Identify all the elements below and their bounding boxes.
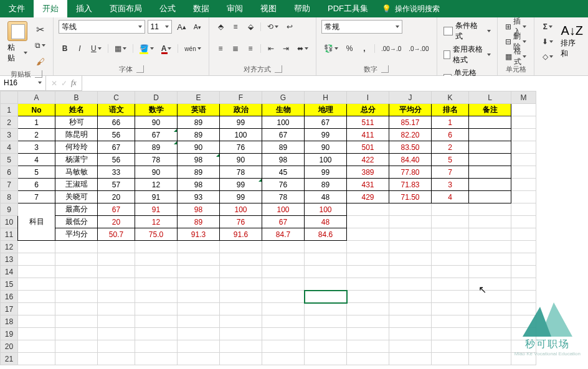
header-cell[interactable]: 姓名 — [55, 104, 98, 116]
header-cell[interactable]: 排名 — [432, 104, 469, 116]
cell[interactable]: 最高分 — [55, 203, 98, 216]
increase-indent-button[interactable]: ⇥ — [280, 42, 292, 55]
cell[interactable] — [98, 291, 135, 303]
cell[interactable]: 90 — [220, 154, 262, 166]
cell[interactable] — [389, 241, 432, 253]
increase-decimal-button[interactable]: .00→.0 — [379, 42, 404, 55]
decrease-font-button[interactable]: A▾ — [191, 20, 204, 34]
col-header-J[interactable]: J — [389, 91, 432, 104]
cell[interactable] — [432, 291, 469, 303]
row-header-16[interactable]: 16 — [1, 291, 18, 303]
format-cells-button[interactable]: ▦ 格式 — [503, 50, 529, 63]
cell[interactable]: 99 — [220, 191, 262, 203]
header-cell[interactable]: 生物 — [262, 104, 305, 116]
cell[interactable]: 100 — [220, 129, 262, 141]
cell[interactable] — [135, 241, 178, 253]
cell[interactable] — [469, 166, 511, 179]
cell[interactable]: 84.6 — [305, 228, 347, 241]
cut-button[interactable]: ✂ — [32, 22, 48, 36]
align-right-button[interactable]: ≡ — [244, 42, 257, 55]
cell[interactable] — [511, 340, 536, 353]
cell[interactable] — [469, 179, 511, 191]
cell[interactable] — [178, 353, 220, 365]
cell[interactable]: 389 — [347, 166, 389, 179]
col-header-B[interactable]: B — [55, 91, 98, 104]
cell[interactable] — [469, 141, 511, 154]
cell[interactable] — [220, 303, 262, 315]
cell[interactable] — [18, 291, 55, 303]
cell[interactable] — [262, 278, 305, 291]
cell[interactable] — [262, 340, 305, 353]
cell[interactable]: 2 — [18, 129, 55, 141]
row-header-11[interactable]: 11 — [1, 228, 18, 241]
fill-button[interactable]: ⬇ — [539, 35, 556, 49]
cell[interactable] — [305, 241, 347, 253]
align-center-button[interactable]: ≣ — [229, 42, 242, 55]
header-cell[interactable]: No — [18, 104, 55, 116]
cell[interactable] — [305, 291, 347, 303]
cell[interactable] — [389, 303, 432, 315]
header-cell[interactable]: 地理 — [305, 104, 347, 116]
header-cell[interactable]: 政治 — [220, 104, 262, 116]
comma-button[interactable]: , — [358, 42, 371, 55]
cell[interactable] — [262, 291, 305, 303]
col-header-M[interactable]: M — [511, 91, 536, 104]
tab-file[interactable]: 文件 — [0, 0, 34, 17]
align-bottom-button[interactable]: ⬙ — [244, 20, 257, 34]
col-header-A[interactable]: A — [18, 91, 55, 104]
select-all-corner[interactable] — [1, 91, 18, 104]
cell[interactable] — [432, 203, 469, 216]
cell[interactable]: 89 — [178, 116, 220, 129]
cell[interactable] — [347, 228, 389, 241]
cancel-formula-icon[interactable]: ✕ — [51, 79, 57, 88]
cell[interactable] — [432, 340, 469, 353]
row-header-12[interactable]: 12 — [1, 241, 18, 253]
cell[interactable] — [432, 228, 469, 241]
border-button[interactable]: ▦ — [112, 42, 129, 55]
cell[interactable] — [220, 315, 262, 328]
align-middle-button[interactable]: ≡ — [229, 20, 242, 34]
cell[interactable] — [55, 340, 98, 353]
conditional-formatting-button[interactable]: 条件格式 — [442, 20, 493, 42]
cell[interactable] — [305, 315, 347, 328]
cell[interactable]: 7 — [432, 166, 469, 179]
row-header-19[interactable]: 19 — [1, 328, 18, 340]
tab-review[interactable]: 审阅 — [218, 0, 252, 17]
cell[interactable] — [389, 228, 432, 241]
cell[interactable] — [98, 315, 135, 328]
cell[interactable] — [347, 291, 389, 303]
cell[interactable] — [135, 266, 178, 278]
cell[interactable] — [135, 303, 178, 315]
cell[interactable] — [432, 216, 469, 228]
cell[interactable]: 411 — [347, 129, 389, 141]
cell[interactable] — [178, 253, 220, 266]
header-cell[interactable]: 语文 — [98, 104, 135, 116]
col-header-I[interactable]: I — [347, 91, 389, 104]
row-header-17[interactable]: 17 — [1, 303, 18, 315]
col-header-F[interactable]: F — [220, 91, 262, 104]
cell[interactable] — [305, 353, 347, 365]
cell[interactable]: 84.7 — [262, 228, 305, 241]
cell[interactable] — [262, 266, 305, 278]
cell[interactable] — [55, 291, 98, 303]
cell[interactable]: 6 — [432, 129, 469, 141]
cell[interactable]: 78 — [220, 166, 262, 179]
cell[interactable] — [511, 116, 536, 129]
cell[interactable] — [432, 266, 469, 278]
percent-button[interactable]: % — [343, 42, 356, 55]
cell[interactable]: 67 — [262, 129, 305, 141]
fx-icon[interactable]: fx — [71, 78, 77, 88]
cell[interactable]: 20 — [98, 191, 135, 203]
cell[interactable] — [98, 253, 135, 266]
cell[interactable]: 93 — [178, 191, 220, 203]
cell[interactable] — [178, 241, 220, 253]
cell[interactable]: 84.40 — [389, 154, 432, 166]
cell[interactable] — [347, 203, 389, 216]
cell[interactable]: 4 — [432, 191, 469, 203]
cell[interactable]: 71.83 — [389, 179, 432, 191]
cell[interactable]: 100 — [305, 154, 347, 166]
cell[interactable] — [389, 278, 432, 291]
row-header-14[interactable]: 14 — [1, 266, 18, 278]
cell[interactable]: 89 — [135, 141, 178, 154]
cell[interactable] — [220, 340, 262, 353]
